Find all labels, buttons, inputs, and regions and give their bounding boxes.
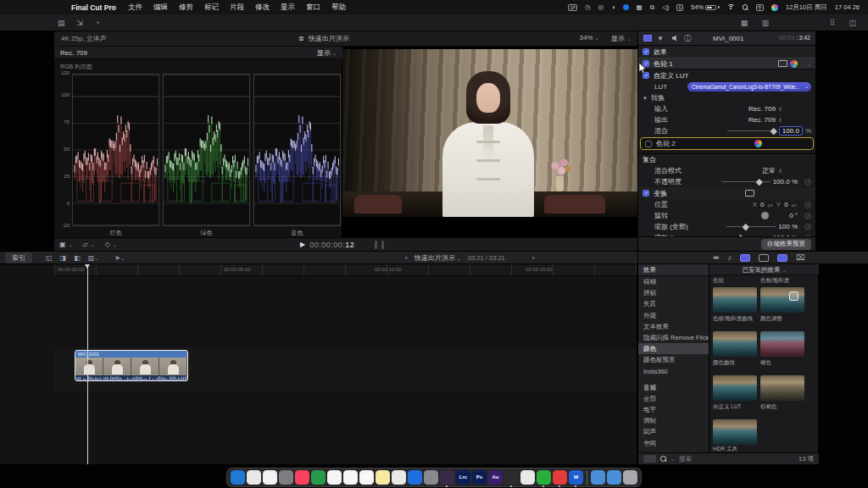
video-viewer[interactable]	[342, 47, 637, 237]
menu-window[interactable]: 窗口	[306, 3, 320, 13]
play-button[interactable]: ▶	[300, 241, 305, 248]
dock-icon-audition[interactable]: Au	[488, 470, 503, 485]
color-wheel-1-row[interactable]: 色轮 1 ⌄	[638, 58, 815, 69]
mix-slider[interactable]	[727, 127, 776, 135]
position-x-field[interactable]: 0	[760, 201, 764, 208]
reset-icon[interactable]: ↺	[804, 224, 811, 230]
save-effects-preset-button[interactable]: 存储效果预置	[761, 239, 811, 250]
sogou-input-icon[interactable]: S	[676, 4, 683, 11]
battery-indicator[interactable]: 54%	[691, 3, 720, 11]
window-layout-icon[interactable]: ◫	[849, 19, 856, 27]
reset-icon[interactable]: ↺	[804, 213, 811, 219]
dock-icon-calendar[interactable]: 10	[359, 470, 374, 485]
keyboard-icon[interactable]: ▦	[637, 3, 643, 11]
dock-icon-system-settings[interactable]	[279, 470, 293, 485]
blue-dot-icon[interactable]	[623, 4, 629, 10]
tool-arrow-menu[interactable]: ➤⌄	[114, 254, 125, 262]
installed-effects-menu[interactable]: 已安装的效果 ⌄	[709, 264, 819, 275]
blend-mode-menu[interactable]: 正常⇕	[762, 166, 782, 175]
siri-icon[interactable]	[771, 4, 778, 11]
menu-help[interactable]: 帮助	[331, 3, 346, 13]
dock-icon-safari[interactable]	[247, 470, 261, 485]
category-text-effects[interactable]: 文本效果	[638, 321, 709, 332]
effects-enable-checkbox[interactable]	[643, 48, 649, 55]
category-levels[interactable]: 电平	[638, 404, 709, 415]
category-color[interactable]: 颜色	[638, 343, 709, 354]
status-o-icon[interactable]: ◎	[598, 3, 604, 11]
sidebar-toggle-icon[interactable]: ▤	[58, 19, 65, 27]
audio-meter[interactable]	[381, 241, 384, 249]
index-button[interactable]: 索引	[5, 252, 32, 263]
onepassword-icon[interactable]: 1P	[568, 4, 577, 11]
zoom-level-menu[interactable]: 34% ⌄	[579, 34, 598, 43]
dock-icon-lightroom-classic[interactable]: Lrc	[456, 470, 470, 485]
menu-clip[interactable]: 片段	[230, 3, 244, 13]
menu-mark[interactable]: 标记	[204, 3, 219, 13]
opacity-value[interactable]: 100.0 %	[773, 178, 798, 186]
reset-icon[interactable]: ↺	[804, 202, 811, 208]
reset-icon[interactable]: ↺	[804, 179, 811, 186]
clock-icon[interactable]: ◷	[585, 3, 591, 11]
overwrite-clip-icon[interactable]: ▥⌄	[88, 254, 99, 262]
rotation-value[interactable]: 0 °	[789, 212, 798, 219]
transform-tool-menu[interactable]: ▣⌄	[59, 241, 73, 248]
effect-thumb-hue-sat-curves[interactable]	[713, 287, 757, 313]
app-menu[interactable]: Final Cut Pro	[71, 3, 116, 12]
category-audio-all[interactable]: 全部	[638, 393, 709, 404]
input-value-menu[interactable]: Rec. 709⇕	[748, 105, 782, 113]
onscreen-controls-icon[interactable]	[745, 190, 754, 197]
dock-icon-mail[interactable]	[408, 470, 422, 485]
dock-icon-finder[interactable]	[231, 470, 245, 485]
dock-icon-final-cut-pro[interactable]	[440, 470, 454, 485]
category-distortion[interactable]: 失真	[638, 298, 709, 309]
color-wheel-icon[interactable]	[790, 60, 798, 68]
menu-view[interactable]: 显示	[281, 3, 295, 13]
info-inspector-icon[interactable]: ⓘ	[684, 34, 691, 43]
category-insta360[interactable]: Insta360	[638, 366, 709, 377]
playhead[interactable]	[87, 264, 88, 464]
insert-clip-icon[interactable]: ◨	[60, 254, 67, 262]
category-blur[interactable]: 模糊	[638, 276, 709, 287]
dock-icon-davinci-resolve[interactable]	[504, 470, 519, 485]
timeline-forward-button[interactable]: ›	[532, 254, 535, 262]
output-value-menu[interactable]: Rec. 709⇕	[748, 116, 782, 124]
effect-thumb-custom-lut[interactable]	[713, 375, 757, 401]
menu-modify[interactable]: 修改	[255, 3, 270, 13]
menubar-date[interactable]: 12月10日 周日	[786, 3, 827, 12]
category-looks[interactable]: 外观	[638, 310, 709, 321]
menubar-time[interactable]: 17 04 26	[835, 3, 860, 11]
color-wheel-2-row-drop-target[interactable]: 色轮 2	[640, 137, 814, 150]
audio-inspector-icon[interactable]	[672, 36, 679, 42]
sidebar-toggle-icon[interactable]	[643, 455, 656, 463]
list-view-icon[interactable]: ▥	[761, 19, 769, 27]
mix-value-field[interactable]: 100.0	[779, 126, 803, 136]
category-color-board-presets[interactable]: 颜色板预置	[638, 354, 709, 365]
dock-icon-photos[interactable]	[327, 470, 342, 485]
dock-icon-photoshop[interactable]: Ps	[472, 470, 487, 485]
volume-icon[interactable]: ◁)	[662, 3, 669, 11]
category-echo[interactable]: 回声	[638, 426, 709, 437]
category-remove-flicker[interactable]: 隐藏闪烁 Remove Flicker	[638, 332, 709, 343]
wifi-icon[interactable]	[727, 4, 735, 10]
menu-file[interactable]: 文件	[128, 3, 142, 13]
music-browser-icon[interactable]: ♪	[728, 253, 732, 262]
scale-all-slider[interactable]	[726, 223, 776, 230]
search-input[interactable]: 搜索	[679, 455, 692, 463]
titles-generators-icon[interactable]	[777, 254, 787, 262]
disclosure-triangle-icon[interactable]: ▼	[643, 96, 648, 101]
audio-meter[interactable]	[375, 241, 377, 249]
rotation-dial[interactable]	[761, 212, 769, 219]
transitions-browser-icon[interactable]: ⌧	[796, 253, 804, 262]
browser-view-icon[interactable]: ▦	[741, 19, 748, 27]
import-media-icon[interactable]: ⇲	[77, 19, 84, 27]
scale-all-value[interactable]: 100 %	[778, 223, 798, 230]
viewer-display-menu[interactable]: 显示 ⌄	[611, 34, 631, 43]
photos-browser-icon[interactable]	[759, 254, 769, 262]
effect-thumb-sepia[interactable]	[760, 375, 804, 401]
scope-display-menu[interactable]: 显示 ⌄	[317, 48, 337, 58]
dock-icon-music[interactable]	[295, 470, 309, 485]
dock-icon-gray-app[interactable]	[424, 470, 438, 485]
category-tiling[interactable]: 拼贴	[638, 287, 709, 298]
app-grid-icon[interactable]: ⠿	[830, 19, 836, 27]
fullscreen-preview-icon[interactable]	[778, 60, 787, 67]
